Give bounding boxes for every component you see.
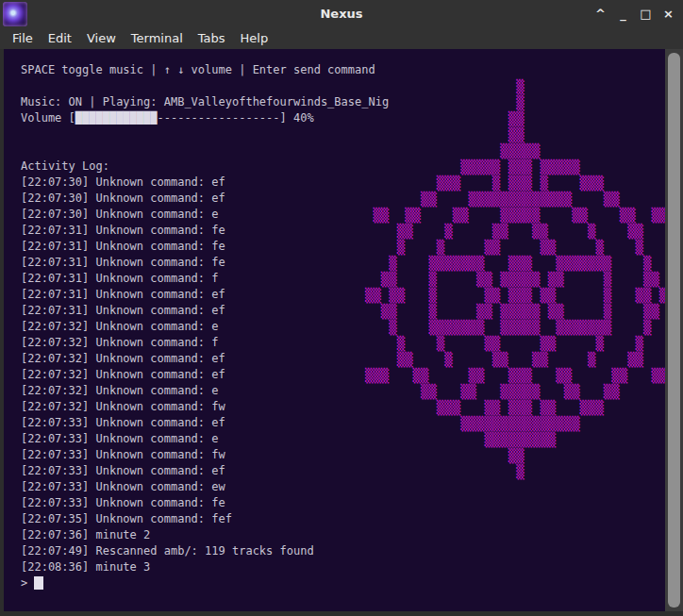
volume-bar-empty: ------------------: [158, 111, 280, 125]
blank-line: [21, 142, 389, 158]
window-controls: ^ _ □ ×: [593, 0, 675, 28]
log-line: [22:07:33] Unknown command: e: [21, 431, 389, 447]
log-line: [22:07:32] Unknown command: f: [21, 335, 389, 351]
log-line: [22:07:31] Unknown command: f: [21, 271, 389, 287]
terminal-text: SPACE toggle music | ↑ ↓ volume | Enter …: [21, 62, 389, 591]
blank-line: [21, 78, 389, 94]
log-line: [22:08:36] minute 3: [21, 559, 389, 575]
app-icon: [3, 2, 27, 26]
music-status-line: Music: ON | Playing: AMB_Valleyofthefour…: [21, 94, 389, 110]
log-line: [22:07:33] Unknown command: ew: [21, 479, 389, 495]
log-line: [22:07:33] Unknown command: fe: [21, 495, 389, 511]
log-line: [22:07:32] Unknown command: ef: [21, 351, 389, 367]
sigil-ascii-art: ▒ ▒ ▒▒ ▒▒ ▒▒▒▒▒ ▒▒▒▒▒ ▒: [365, 79, 665, 480]
scrollbar-thumb[interactable]: [668, 53, 680, 608]
log-line: [22:07:33] Unknown command: ef: [21, 463, 389, 479]
menu-item[interactable]: View: [87, 28, 116, 49]
log-line: [22:07:33] Unknown command: fw: [21, 447, 389, 463]
close-button-icon[interactable]: ×: [661, 6, 675, 23]
prompt-symbol: >: [21, 576, 34, 590]
shade-button-icon[interactable]: ^: [593, 6, 608, 23]
scrollbar-track[interactable]: [665, 49, 683, 611]
window-title: Nexus: [0, 0, 683, 28]
menu-item[interactable]: Terminal: [131, 28, 183, 49]
menu-item[interactable]: File: [12, 28, 33, 49]
blank-line: [21, 126, 389, 142]
volume-label: Volume [: [21, 111, 75, 125]
volume-bar-filled: ████████████: [75, 111, 158, 125]
log-line: [22:07:31] Unknown command: fe: [21, 223, 389, 239]
log-line: [22:07:32] Unknown command: e: [21, 383, 389, 399]
log-line: [22:07:32] Unknown command: fw: [21, 399, 389, 415]
menu-item[interactable]: Tabs: [198, 28, 225, 49]
log-line: [22:07:30] Unknown command: ef: [21, 175, 389, 191]
log-line: [22:07:30] Unknown command: e: [21, 207, 389, 223]
log-line: [22:07:31] Unknown command: fe: [21, 239, 389, 255]
log-line: [22:07:32] Unknown command: ef: [21, 367, 389, 383]
title-bar: Nexus ^ _ □ ×: [0, 0, 683, 28]
log-line: [22:07:36] minute 2: [21, 527, 389, 543]
log-line: [22:07:49] Rescanned amb/: 119 tracks fo…: [21, 543, 389, 559]
help-line: SPACE toggle music | ↑ ↓ volume | Enter …: [21, 62, 389, 78]
prompt-line[interactable]: >: [21, 575, 389, 591]
log-line: [22:07:31] Unknown command: fe: [21, 255, 389, 271]
log-line: [22:07:31] Unknown command: ef: [21, 287, 389, 303]
volume-line: Volume [████████████------------------] …: [21, 110, 389, 126]
volume-percent: ] 40%: [280, 111, 314, 125]
activity-log-title: Activity Log:: [21, 158, 389, 175]
log-line: [22:07:33] Unknown command: ef: [21, 415, 389, 431]
menu-bar: FileEditViewTerminalTabsHelp: [0, 28, 683, 49]
log-line: [22:07:32] Unknown command: e: [21, 319, 389, 335]
menu-item[interactable]: Help: [241, 28, 269, 49]
minimize-button-icon[interactable]: _: [616, 6, 630, 23]
terminal-cursor: [34, 576, 43, 590]
terminal-screen[interactable]: ▒ ▒ ▒▒ ▒▒ ▒▒▒▒▒ ▒▒▒▒▒ ▒: [4, 49, 665, 611]
log-line: [22:07:35] Unknown command: fef: [21, 511, 389, 527]
menu-item[interactable]: Edit: [48, 28, 72, 49]
log-line: [22:07:31] Unknown command: ef: [21, 303, 389, 319]
log-line: [22:07:30] Unknown command: ef: [21, 191, 389, 207]
maximize-button-icon[interactable]: □: [639, 6, 653, 23]
